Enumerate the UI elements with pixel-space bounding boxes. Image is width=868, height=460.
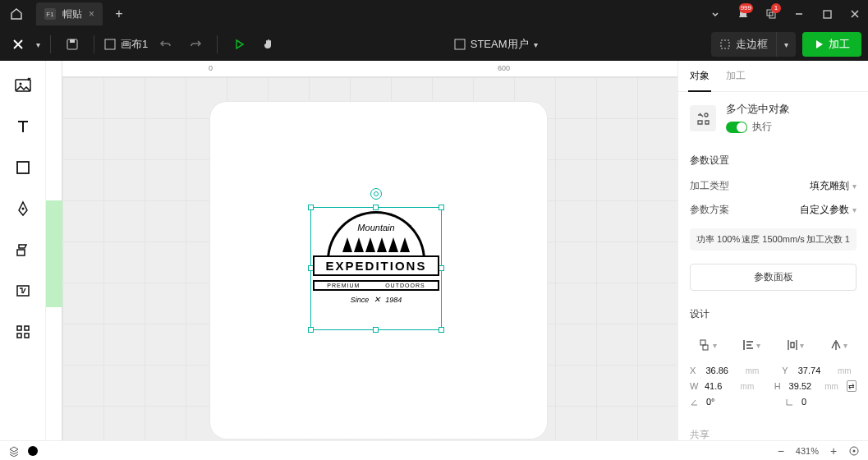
- param-panel-button[interactable]: 参数面板: [690, 264, 857, 291]
- properties-panel: 对象 加工 多个选中对象 执行 参数设置 加工类型 填充雕刻▾ 参数方案 自定义…: [677, 61, 868, 440]
- distribute-button[interactable]: ▾: [782, 334, 808, 356]
- device-icon: [454, 39, 466, 50]
- svg-rect-7: [721, 40, 729, 48]
- apps-tool[interactable]: [11, 320, 34, 343]
- save-button[interactable]: [61, 33, 84, 56]
- document-tab[interactable]: F1 帽贴 ×: [36, 2, 103, 25]
- svg-rect-16: [25, 334, 29, 338]
- svg-rect-13: [17, 326, 21, 330]
- svg-point-9: [19, 83, 21, 85]
- param-summary: 功率 100% 速度 1500mm/s 加工次数 1: [690, 228, 857, 251]
- text-path-tool[interactable]: [11, 279, 34, 302]
- flip-button[interactable]: ▾: [825, 334, 852, 356]
- layers-button[interactable]: [8, 445, 20, 457]
- align-left-button[interactable]: ▾: [695, 334, 721, 356]
- color-swatch[interactable]: [28, 446, 38, 456]
- svg-rect-17: [700, 340, 705, 345]
- undo-button[interactable]: [154, 33, 177, 56]
- titlebar: F1 帽贴 × + 999 1: [0, 0, 868, 28]
- design-section-header: 设计: [678, 297, 868, 328]
- tabs-chevron-icon[interactable]: [702, 0, 728, 28]
- w-input[interactable]: 41.6: [705, 381, 736, 391]
- windows-icon[interactable]: 1: [758, 0, 784, 28]
- home-button[interactable]: [0, 0, 33, 28]
- h-input[interactable]: 39.52: [789, 381, 820, 391]
- execute-toggle[interactable]: [726, 122, 747, 133]
- pan-button[interactable]: [257, 33, 280, 56]
- image-tool[interactable]: [11, 74, 34, 97]
- corner-icon: [785, 398, 794, 407]
- chevron-down-icon[interactable]: ▾: [36, 40, 40, 49]
- svg-rect-14: [25, 326, 29, 330]
- zoom-in-button[interactable]: +: [827, 444, 840, 458]
- object-type-icon: [690, 105, 716, 131]
- tab-process[interactable]: 加工: [724, 61, 747, 91]
- params-section-header: 参数设置: [678, 144, 868, 174]
- user-selector[interactable]: STEAM用户 ▾: [287, 37, 705, 52]
- minimize-button[interactable]: [786, 0, 812, 28]
- text-tool[interactable]: [11, 115, 34, 138]
- toolbar: ▾ 画布1 STEAM用户 ▾ 走边框 ▾ 加工: [0, 28, 868, 61]
- maximize-button[interactable]: [814, 0, 840, 28]
- canvas-area[interactable]: 0 600 Mountain EXPEDI: [46, 61, 677, 440]
- 3d-tool[interactable]: [11, 238, 34, 261]
- frame-icon: [719, 39, 731, 50]
- close-button[interactable]: [842, 0, 868, 28]
- walk-frame-dropdown[interactable]: ▾: [776, 32, 796, 57]
- align-h-button[interactable]: ▾: [738, 334, 765, 356]
- selection-box[interactable]: Mountain EXPEDITIONS PREMIUMOUTDOORS Sin…: [310, 207, 442, 330]
- canvas-icon: [104, 39, 116, 50]
- angle-icon: [690, 398, 699, 407]
- corner-input[interactable]: 0: [801, 397, 838, 407]
- svg-rect-10: [17, 162, 29, 173]
- svg-rect-6: [455, 39, 465, 49]
- execute-label: 执行: [752, 120, 772, 134]
- y-input[interactable]: 37.74: [798, 366, 833, 375]
- zoom-out-button[interactable]: −: [774, 444, 788, 458]
- svg-rect-5: [105, 39, 115, 49]
- play-button[interactable]: [227, 33, 250, 56]
- tab-label: 帽贴: [62, 7, 82, 21]
- process-button[interactable]: 加工: [802, 32, 861, 57]
- svg-point-20: [853, 449, 856, 452]
- zoom-level[interactable]: 431%: [796, 446, 819, 456]
- lock-aspect-button[interactable]: ⇄: [847, 380, 857, 392]
- redo-button[interactable]: [184, 33, 207, 56]
- tab-icon: F1: [44, 8, 56, 20]
- left-toolbar: [0, 61, 46, 440]
- x-input[interactable]: 36.86: [705, 366, 740, 375]
- statusbar: − 431% +: [0, 440, 868, 460]
- close-icon[interactable]: ×: [89, 8, 94, 20]
- rotation-input[interactable]: 0°: [706, 397, 742, 407]
- svg-rect-2: [824, 11, 831, 18]
- rotate-handle[interactable]: [370, 188, 382, 200]
- notification-icon[interactable]: 999: [730, 0, 756, 28]
- new-tab-button[interactable]: +: [108, 2, 131, 25]
- process-type-row[interactable]: 加工类型 填充雕刻▾: [678, 174, 868, 198]
- pen-tool[interactable]: [11, 197, 34, 220]
- tab-object[interactable]: 对象: [688, 61, 711, 91]
- share-section-header: 共享: [678, 418, 868, 440]
- selection-title: 多个选中对象: [726, 102, 790, 117]
- app-menu-button[interactable]: [7, 33, 30, 56]
- walk-frame-button[interactable]: 走边框 ▾: [711, 32, 796, 57]
- param-scheme-row[interactable]: 参数方案 自定义参数▾: [678, 198, 868, 222]
- canvas-selector[interactable]: 画布1: [104, 37, 148, 52]
- shape-tool[interactable]: [11, 156, 34, 179]
- zoom-fit-button[interactable]: [848, 445, 860, 457]
- chevron-down-icon: ▾: [534, 40, 538, 49]
- svg-rect-18: [703, 345, 708, 350]
- horizontal-ruler: 0 600: [62, 61, 677, 77]
- svg-rect-4: [70, 39, 75, 43]
- svg-rect-15: [17, 334, 21, 338]
- svg-point-11: [21, 208, 24, 210]
- play-icon: [814, 39, 824, 49]
- vertical-ruler: [46, 61, 62, 440]
- svg-rect-12: [17, 286, 29, 296]
- design-object[interactable]: Mountain EXPEDITIONS PREMIUMOUTDOORS Sin…: [311, 208, 441, 329]
